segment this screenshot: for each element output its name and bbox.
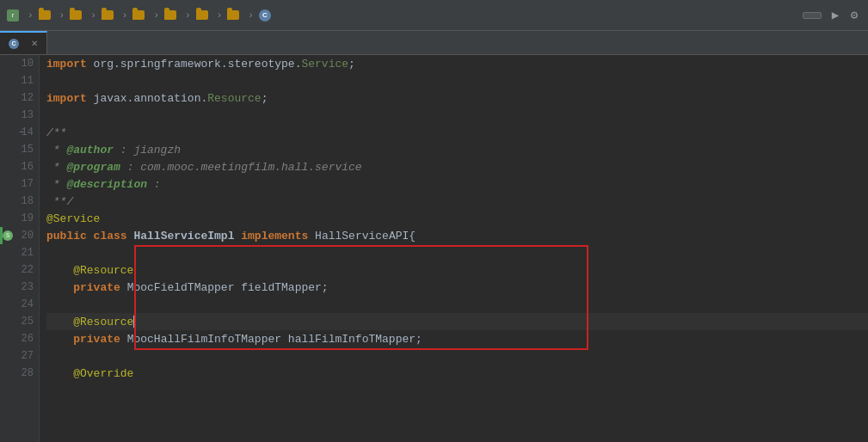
- code-line-21: [46, 244, 868, 261]
- gutter-line-20: S20: [0, 227, 39, 244]
- folder-icon-mooc: [132, 10, 145, 20]
- token: : jiangzh: [114, 144, 181, 157]
- token: public: [46, 230, 94, 242]
- gutter-line-19: 19: [0, 210, 39, 227]
- token: /**: [46, 126, 66, 139]
- gutter-line-21: 21: [0, 244, 39, 261]
- line-number-15: 15: [22, 144, 34, 156]
- breadcrumb-hall[interactable]: [196, 10, 212, 20]
- token: ;: [348, 58, 355, 71]
- token: import: [46, 92, 94, 105]
- token: Resource: [207, 92, 261, 105]
- code-area[interactable]: import org.springframework.stereotype.Se…: [40, 55, 868, 442]
- code-line-28: @Override: [46, 365, 868, 382]
- breadcrumb-service[interactable]: [227, 10, 243, 20]
- run-icon[interactable]: ▶: [828, 9, 842, 22]
- tab-class-icon: C: [9, 39, 19, 49]
- token: HallServiceAPI{: [315, 230, 416, 242]
- token: private: [46, 333, 127, 346]
- breadcrumb-class[interactable]: C: [259, 9, 274, 21]
- code-line-10: import org.springframework.stereotype.Se…: [46, 55, 868, 72]
- gutter-line-14: −14: [0, 124, 39, 141]
- fold-marker[interactable]: −: [15, 126, 28, 138]
- code-line-18: **/: [46, 193, 868, 210]
- token: javax.annotation.: [94, 92, 208, 105]
- token: @author: [66, 144, 114, 157]
- gutter-line-15: 15: [0, 141, 39, 158]
- line-number-19: 19: [22, 212, 34, 224]
- code-line-25: @Resource: [46, 313, 868, 330]
- token: ;: [262, 92, 268, 105]
- token: Service: [301, 58, 348, 71]
- token: import: [46, 58, 94, 71]
- src-icon: r: [7, 9, 19, 21]
- tab-close-button[interactable]: ✕: [31, 39, 38, 48]
- breadcrumb-com[interactable]: [102, 10, 117, 20]
- token: private: [46, 281, 127, 294]
- code-line-27: [46, 347, 868, 365]
- spring-icon: S: [2, 230, 14, 242]
- token: *: [46, 161, 66, 174]
- token: implements: [241, 230, 315, 242]
- token: @Service: [46, 212, 100, 225]
- token: @program: [66, 161, 120, 174]
- line-number-11: 11: [22, 75, 34, 87]
- line-number-16: 16: [22, 161, 34, 173]
- gutter-line-26: 26: [0, 330, 39, 347]
- gutter-line-27: 27: [0, 347, 39, 365]
- code-line-19: @Service: [46, 210, 868, 227]
- add-configuration-button[interactable]: [803, 12, 822, 19]
- line-number-23: 23: [22, 281, 34, 293]
- breadcrumb-main[interactable]: [39, 10, 54, 20]
- line-number-10: 10: [22, 58, 34, 70]
- folder-icon-main: [39, 10, 51, 20]
- line-number-27: 27: [22, 350, 34, 362]
- gutter-line-22: 22: [0, 261, 39, 279]
- folder-icon-service: [227, 10, 239, 20]
- gutter-line-13: 13: [0, 107, 39, 124]
- gutter-line-24: 24: [0, 296, 39, 313]
- folder-icon-meetingfilm: [164, 10, 176, 20]
- token: class: [94, 230, 134, 242]
- breadcrumb-mooc[interactable]: [132, 10, 148, 20]
- gutter-line-25: 25: [0, 313, 39, 330]
- gutter-line-12: 12: [0, 89, 39, 107]
- token: HallServiceImpl: [133, 230, 241, 242]
- settings-icon[interactable]: ⚙: [847, 9, 861, 22]
- line-number-20: 20: [22, 230, 34, 242]
- folder-icon-com: [102, 10, 114, 20]
- token: **/: [46, 195, 73, 208]
- line-number-26: 26: [22, 333, 34, 345]
- breadcrumb-sep-0: ›: [28, 10, 34, 21]
- token: org.springframework.stereotype.: [94, 58, 302, 71]
- token: *: [46, 144, 66, 157]
- gutter-line-18: 18: [0, 193, 39, 210]
- code-line-11: [46, 72, 868, 89]
- breadcrumb-java[interactable]: [70, 10, 85, 20]
- tab-hallserviceimpl[interactable]: C ✕: [0, 31, 47, 54]
- line-number-28: 28: [22, 367, 34, 379]
- token: MoocHallFilmInfoTMapper hallFilmInfoTMap…: [127, 333, 422, 346]
- breadcrumb-meetingfilm[interactable]: [164, 10, 180, 20]
- token: MoocFieldTMapper fieldTMapper;: [127, 281, 329, 294]
- gutter-line-11: 11: [0, 72, 39, 89]
- token: @Resource: [46, 264, 133, 277]
- code-line-13: [46, 107, 868, 124]
- token: @Override: [46, 367, 133, 380]
- editor: 10111213−141516171819S202122232425262728…: [0, 55, 868, 442]
- token: :: [147, 178, 161, 191]
- text-cursor: [133, 316, 134, 328]
- token: @description: [66, 178, 147, 191]
- tab-bar: C ✕: [0, 31, 868, 55]
- code-line-20: public class HallServiceImpl implements …: [46, 227, 868, 244]
- gutter-line-17: 17: [0, 175, 39, 193]
- gutter-line-23: 23: [0, 279, 39, 296]
- line-number-25: 25: [22, 316, 34, 328]
- code-line-15: * @author : jiangzh: [46, 141, 868, 158]
- toolbar-actions: ▶ ⚙: [828, 9, 861, 22]
- token: : com.mooc.meetingfilm.hall.service: [120, 161, 362, 174]
- line-number-17: 17: [22, 178, 34, 190]
- gutter-line-28: 28: [0, 365, 39, 382]
- breadcrumb-src: r: [7, 9, 22, 21]
- code-line-16: * @program : com.mooc.meetingfilm.hall.s…: [46, 158, 868, 175]
